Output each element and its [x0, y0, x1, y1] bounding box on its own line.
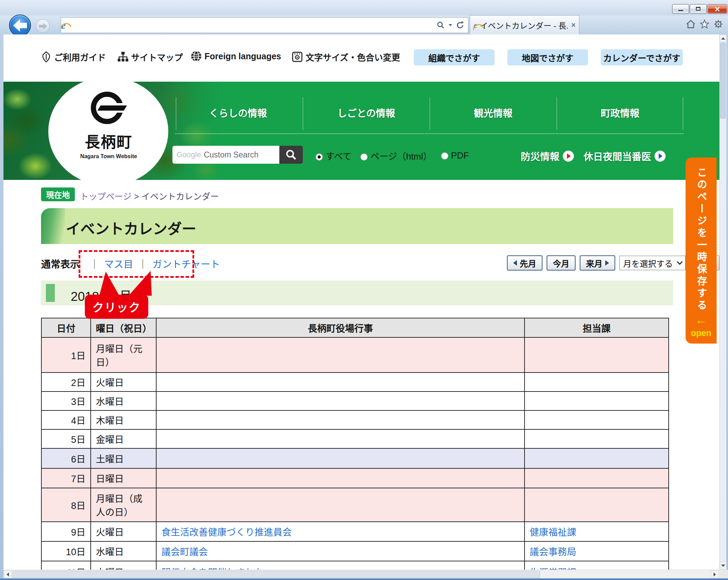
nav-living-info[interactable]: くらしの情報	[176, 95, 300, 130]
browser-window: { "browser": { "tab_title": "イベントカレンダー -…	[0, 0, 728, 580]
sitemap-link[interactable]: サイトマップ	[117, 51, 183, 63]
beginner-mark-icon	[41, 51, 51, 62]
site-logo[interactable]: 長柄町 Nagara Town Website	[62, 88, 155, 160]
month-select-dropdown[interactable]: 月を選択する	[619, 256, 686, 270]
event-link[interactable]: 議会町議会	[161, 547, 208, 557]
text-size-color-link[interactable]: 文字サイズ・色合い変更	[292, 51, 400, 63]
department-link[interactable]: 議会事務局	[530, 547, 576, 557]
left-arrow-icon	[7, 572, 9, 577]
next-month-button[interactable]: 来月	[580, 255, 615, 271]
date-cell: 5日	[41, 429, 91, 448]
refresh-icon[interactable]	[456, 21, 465, 30]
date-cell: 9日	[41, 522, 91, 541]
logo-subtitle: Nagara Town Website	[62, 153, 155, 160]
date-cell: 6日	[41, 448, 91, 468]
search-placeholder: Custom Search	[204, 150, 259, 160]
table-row: 10日 水曜日 議会町議会 議会事務局	[41, 541, 669, 561]
back-button[interactable]	[9, 14, 31, 37]
disaster-info-link[interactable]: 防災情報	[521, 149, 574, 163]
foreign-languages-link[interactable]: Foreign languages	[191, 51, 281, 62]
scroll-down-button[interactable]	[720, 562, 727, 569]
grid-view-link[interactable]: マス目	[104, 259, 133, 270]
address-bar[interactable]: e	[61, 17, 468, 33]
left-arrow-icon: ←	[686, 314, 717, 326]
favorites-star-icon[interactable]	[700, 19, 709, 29]
gantt-view-link[interactable]: ガントチャート	[152, 259, 220, 270]
ie-favicon: e	[61, 20, 66, 30]
department-cell: 議会事務局	[525, 541, 669, 561]
current-month-button[interactable]: 今月	[547, 255, 576, 271]
weekday-cell: 日曜日	[91, 468, 156, 488]
settings-gear-icon[interactable]	[714, 19, 723, 29]
col-department: 担当課	[525, 318, 669, 337]
forward-button[interactable]	[36, 19, 50, 33]
scroll-up-button[interactable]	[720, 34, 727, 42]
department-cell	[525, 448, 669, 468]
home-icon[interactable]	[686, 19, 696, 29]
holiday-doctor-link[interactable]: 休日夜間当番医	[584, 149, 666, 163]
breadcrumb-home-link[interactable]: トップページ	[80, 192, 132, 201]
date-cell: 3日	[41, 391, 91, 410]
search-by-calendar-button[interactable]: カレンダーでさがす	[601, 49, 683, 65]
guide-link[interactable]: ご利用ガイド	[41, 51, 106, 63]
table-row: 8日 月曜日（成人の日）	[41, 488, 669, 522]
vertical-scroll-thumb[interactable]	[720, 43, 726, 119]
event-link[interactable]: 食生活改善健康づくり推進員会	[161, 527, 292, 538]
radio-all-circle[interactable]	[316, 153, 323, 161]
breadcrumb-current: イベントカレンダー	[141, 192, 219, 201]
scroll-right-button[interactable]	[711, 570, 719, 578]
event-cell	[156, 391, 525, 410]
close-button[interactable]	[707, 4, 727, 14]
horizontal-scroll-thumb[interactable]	[12, 571, 540, 578]
department-cell	[525, 373, 669, 391]
table-row: 1日 月曜日（元日）	[41, 337, 669, 373]
nav-government-info[interactable]: 町政情報	[558, 95, 682, 130]
radio-pdf[interactable]: PDF	[441, 150, 469, 161]
address-dropdown-caret[interactable]	[449, 24, 452, 26]
search-icon[interactable]	[436, 21, 445, 30]
logo-title: 長柄町	[62, 130, 155, 152]
back-arrow-icon	[10, 15, 30, 36]
weekday-cell: 木曜日	[91, 410, 156, 429]
department-cell	[525, 429, 669, 448]
weekday-cell: 火曜日	[91, 373, 156, 391]
nav-work-info[interactable]: しごとの情報	[304, 95, 428, 130]
site-search-button[interactable]	[279, 146, 303, 164]
event-cell	[156, 429, 525, 448]
table-row: 11日 木曜日 駅伝大会を開催しました 生涯学習課	[41, 561, 669, 570]
page-viewport: ご利用ガイド サイトマップ Foreign languages 文字サイズ・色合…	[3, 34, 719, 570]
search-by-org-button[interactable]: 組織でさがす	[414, 49, 495, 65]
page-title: イベントカレンダー	[66, 217, 196, 238]
globe-icon	[191, 51, 202, 62]
tab-favicon: e	[473, 21, 477, 29]
browser-navbar: e e イベントカレンダー - 長... ×	[0, 15, 728, 34]
radio-page-html[interactable]: ページ（html）	[360, 149, 432, 162]
save-page-side-tab[interactable]: このページを一時保存する ← open	[686, 157, 717, 344]
horizontal-scrollbar[interactable]	[3, 570, 719, 578]
date-cell: 7日	[41, 468, 91, 488]
weekday-cell: 金曜日	[91, 429, 156, 448]
date-cell: 11日	[41, 561, 91, 570]
radio-pdf-circle[interactable]	[441, 152, 448, 160]
browser-tab[interactable]: e イベントカレンダー - 長... ×	[470, 15, 579, 34]
magnifier-icon	[285, 149, 297, 161]
current-location-badge: 現在地	[41, 187, 75, 201]
search-by-map-button[interactable]: 地図でさがす	[507, 49, 588, 65]
scroll-left-button[interactable]	[4, 570, 12, 578]
radio-page-circle[interactable]	[360, 153, 368, 161]
nav-tourism-info[interactable]: 観光情報	[431, 95, 555, 130]
search-brand: Google	[177, 150, 201, 159]
weekday-cell: 木曜日	[91, 561, 156, 570]
table-row: 6日 土曜日	[41, 448, 669, 468]
radio-all[interactable]: すべて	[316, 149, 351, 162]
department-link[interactable]: 健康福祉課	[530, 527, 576, 538]
minimize-button[interactable]	[672, 4, 689, 14]
department-cell: 生涯学習課	[525, 561, 669, 570]
maximize-button[interactable]	[690, 4, 707, 14]
site-search-input[interactable]: Google Custom Search	[172, 146, 279, 164]
prev-month-button[interactable]: 先月	[507, 255, 542, 271]
event-cell	[156, 448, 525, 468]
department-cell	[525, 391, 669, 410]
right-triangle-icon	[605, 260, 609, 266]
tab-close-icon[interactable]: ×	[571, 21, 576, 30]
